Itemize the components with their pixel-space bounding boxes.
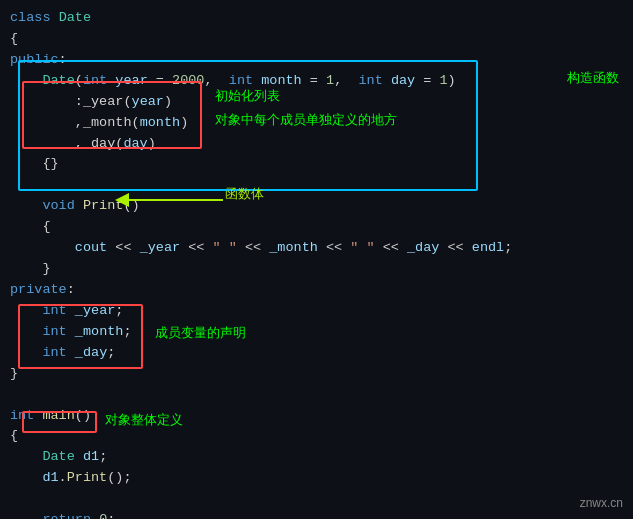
code-line-12: cout << _year << " " << _month << " " <<… xyxy=(10,238,623,259)
code-line-18: } xyxy=(10,364,623,385)
code-line-5: :_year(year) xyxy=(10,92,623,113)
code-line-13: } xyxy=(10,259,623,280)
code-line-1: class Date xyxy=(10,8,623,29)
func-body-arrow xyxy=(115,185,225,215)
code-line-4: Date(int year = 2000, int month = 1, int… xyxy=(10,71,623,92)
code-line-7: ,_day(day) xyxy=(10,134,623,155)
code-line-21: { xyxy=(10,426,623,447)
code-line-14: private: xyxy=(10,280,623,301)
code-line-16: int _month; xyxy=(10,322,623,343)
code-line-15: int _year; xyxy=(10,301,623,322)
code-line-8: {} xyxy=(10,154,623,175)
code-line-11: { xyxy=(10,217,623,238)
code-display: class Date { public: Date(int year = 200… xyxy=(0,0,633,519)
code-line-17: int _day; xyxy=(10,343,623,364)
code-line-3: public: xyxy=(10,50,623,71)
code-line-20: int main() xyxy=(10,406,623,427)
code-line-9 xyxy=(10,175,623,196)
code-line-19 xyxy=(10,385,623,406)
watermark: znwx.cn xyxy=(580,494,623,513)
code-line-2: { xyxy=(10,29,623,50)
code-line-6: ,_month(month) xyxy=(10,113,623,134)
code-line-10: void Print() xyxy=(10,196,623,217)
code-line-23: d1.Print(); xyxy=(10,468,623,489)
code-line-22: Date d1; xyxy=(10,447,623,468)
code-line-25: return 0; xyxy=(10,510,623,519)
code-line-24 xyxy=(10,489,623,510)
